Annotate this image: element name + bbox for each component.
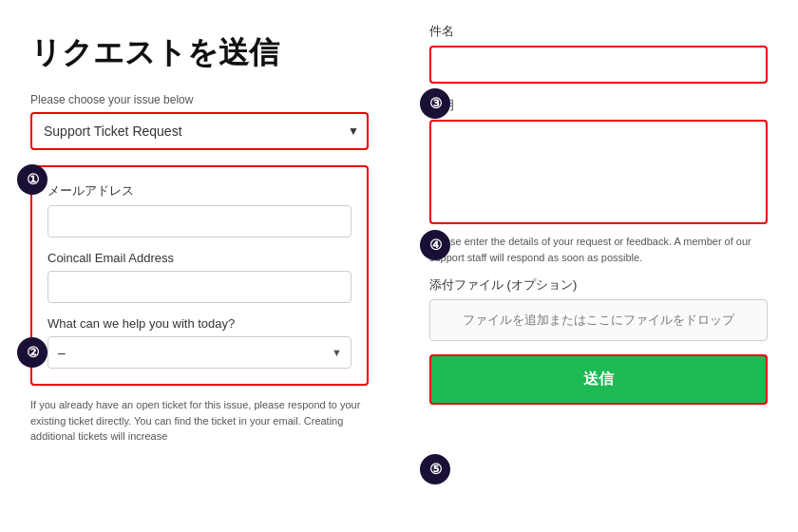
badge-3: ③: [420, 88, 450, 119]
badge-1: ①: [17, 164, 48, 195]
help-select-wrapper: –: [48, 336, 352, 369]
email-label: メールアドレス: [48, 182, 352, 200]
attachment-dropzone[interactable]: ファイルを追加またはここにファイルをドロップ: [429, 299, 768, 341]
help-select[interactable]: –: [48, 336, 352, 369]
right-panel: 件名 説明 Please enter the details of your r…: [399, 0, 798, 532]
section-2-box: メールアドレス Coincall Email Address What can …: [30, 165, 369, 386]
help-label: What can we help you with today?: [48, 316, 352, 331]
helper-text: Please enter the details of your request…: [429, 234, 768, 265]
page-title: リクエストを送信: [30, 34, 369, 70]
info-text: If you already have an open ticket for t…: [30, 397, 369, 445]
description-textarea[interactable]: [429, 120, 768, 224]
coincall-label: Coincall Email Address: [48, 251, 352, 265]
choose-label: Please choose your issue below: [30, 93, 369, 106]
attachment-placeholder: ファイルを追加またはここにファイルをドロップ: [463, 313, 734, 327]
email-input[interactable]: [48, 205, 352, 238]
issue-dropdown[interactable]: Support Ticket Request: [30, 112, 369, 150]
coincall-input[interactable]: [48, 271, 352, 303]
badge-5: ⑤: [420, 454, 450, 484]
subject-label: 件名: [429, 23, 768, 40]
badge-2: ②: [17, 337, 48, 368]
description-label: 説明: [429, 97, 768, 114]
issue-dropdown-wrapper: Support Ticket Request ▼: [30, 112, 369, 150]
submit-button[interactable]: 送信: [429, 354, 768, 405]
attachment-label: 添付ファイル (オプション): [429, 276, 768, 294]
subject-input[interactable]: [429, 46, 768, 84]
badge-4: ④: [420, 230, 450, 260]
left-panel: リクエストを送信 Please choose your issue below …: [0, 0, 399, 532]
